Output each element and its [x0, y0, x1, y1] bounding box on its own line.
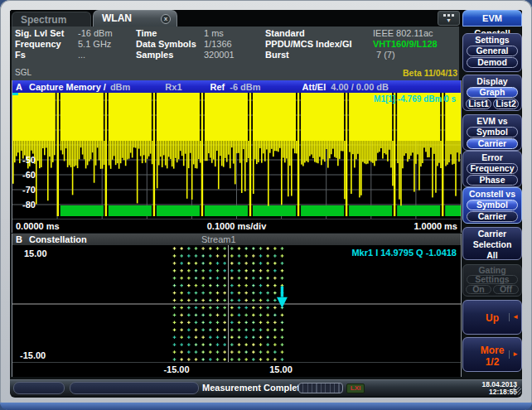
info-value: IEEE 802.11ac	[373, 28, 433, 38]
info-label: Sig. Lvl Set	[15, 28, 64, 38]
info-value: 1/1366	[204, 39, 232, 49]
info-label: Time	[136, 28, 157, 38]
rx-channel-label: Rx1	[165, 82, 181, 92]
att-label: Att/El	[302, 82, 326, 92]
svg-text:Mkr1 I 14.9795 Q -1.0418: Mkr1 I 14.9795 Q -1.0418	[351, 248, 457, 258]
i-axis-pos-label: 15.00	[260, 364, 302, 374]
grid-dots-icon	[443, 14, 455, 17]
softkey-display[interactable]: Display Graph List1 List2	[462, 75, 522, 111]
info-label: PPDU/MCS Index/GI	[265, 39, 352, 49]
error-title: Error	[465, 152, 520, 162]
info-value: -16 dBm	[78, 28, 113, 38]
constell-vs-carrier-button[interactable]: Carrier	[467, 211, 518, 222]
i-axis-neg-label: -15.00	[156, 364, 197, 374]
tab-bar: Spectrum WLAN x ▼	[10, 10, 522, 27]
display-title: Display	[465, 76, 520, 86]
resize-grip[interactable]	[513, 387, 521, 395]
softkey-evm-vs[interactable]: EVM vs Symbol Carrier	[462, 114, 522, 151]
status-message: Measurement Complete	[202, 383, 295, 393]
up-arrow-icon: ◄	[509, 313, 519, 321]
gating-on-button: On	[466, 285, 491, 294]
carrier-selection-line1: Carrier	[465, 229, 520, 239]
info-label: Frequency	[15, 39, 61, 49]
carrier-selection-button[interactable]: Carrier Selection All	[462, 227, 522, 260]
instrument-frame: Spectrum WLAN x ▼ EVM Constell Sig. Lvl …	[0, 0, 532, 410]
settings-title: Settings	[465, 35, 520, 45]
softkey-error[interactable]: Error Frequency Phase	[462, 151, 522, 187]
evm-vs-symbol-button[interactable]: Symbol	[467, 127, 518, 137]
tab-spectrum-label: Spectrum	[21, 14, 66, 26]
datetime-display: 18.04.2013 12:18:55	[481, 381, 517, 396]
capture-trace-plot[interactable]: -50-60-70-80M1[1] -4.769 dBm 0 s	[12, 93, 461, 219]
info-label: Fs	[15, 50, 26, 60]
svg-text:-50: -50	[22, 155, 36, 165]
ref-label: Ref	[210, 82, 225, 92]
info-label: Standard	[265, 28, 305, 38]
progress-bar	[298, 383, 343, 393]
svg-text:15.00: 15.00	[24, 248, 47, 258]
info-value: 7 (7)	[376, 50, 395, 60]
more-arrow-icon: ►	[509, 350, 519, 359]
settings-demod-button[interactable]: Demod	[467, 57, 518, 68]
info-label: Burst	[265, 50, 289, 60]
beta-version-label: Beta 11/04/13	[403, 68, 457, 78]
att-value: 4.00 / 0.00 dB	[331, 82, 389, 92]
softkey-menu-title: EVM Constell	[462, 10, 522, 27]
constellation-window-titlebar: B Constellation Stream1	[12, 234, 461, 245]
window-b-title: Constellation	[29, 234, 87, 244]
instrument-screen: Spectrum WLAN x ▼ EVM Constell Sig. Lvl …	[10, 10, 522, 398]
close-icon[interactable]: x	[161, 14, 171, 24]
tab-overview-button[interactable]: ▼	[438, 11, 460, 26]
evm-vs-title: EVM vs	[465, 116, 520, 126]
ref-value: -6 dBm	[230, 82, 260, 92]
softkey-gating-disabled: Gating Settings On Off	[462, 264, 522, 297]
display-list1-button[interactable]: List1	[466, 99, 491, 109]
info-value: 1 ms	[204, 28, 224, 38]
settings-general-button[interactable]: General	[467, 46, 518, 56]
svg-text:-70: -70	[22, 185, 36, 195]
tab-wlan[interactable]: WLAN x	[93, 10, 177, 27]
frame-bottom-strip	[0, 403, 532, 410]
constell-vs-symbol-button[interactable]: Symbol	[467, 200, 518, 210]
window-a-id: A	[16, 82, 22, 92]
gating-settings-button: Settings	[467, 275, 518, 284]
softkey-sidebar: Settings General Demod Display Graph Lis…	[462, 28, 522, 379]
tab-wlan-label: WLAN	[102, 12, 132, 24]
x-axis-div-label: 0.1000 ms/div	[12, 221, 461, 231]
taskbar-button-2[interactable]	[70, 382, 199, 394]
chevron-down-icon: ▼	[438, 17, 459, 23]
softkey-constell-vs[interactable]: Constell vs Symbol Carrier	[462, 187, 522, 224]
display-list2-button[interactable]: List2	[493, 99, 519, 109]
display-graph-button[interactable]: Graph	[467, 87, 518, 98]
softkey-settings[interactable]: Settings General Demod	[462, 33, 522, 72]
constellation-plot[interactable]: 15.00-15.00Mkr1 I 14.9795 Q -1.0418	[12, 245, 461, 362]
window-a-unit: dBm	[110, 82, 130, 92]
more-button[interactable]: More 1/2 ►	[462, 337, 522, 372]
window-b-id: B	[16, 234, 22, 244]
error-frequency-button[interactable]: Frequency	[467, 163, 518, 174]
sgl-indicator: SGL	[15, 68, 31, 77]
status-bar: Measurement Complete LXI 18.04.2013 12:1…	[10, 379, 522, 396]
carrier-selection-line3: All	[465, 250, 520, 261]
svg-text:M1[1] -4.769 dBm 0 s: M1[1] -4.769 dBm 0 s	[374, 94, 456, 104]
up-button[interactable]: Up ◄	[462, 300, 522, 335]
tab-spectrum[interactable]: Spectrum	[12, 12, 91, 27]
time-label: 12:18:55	[481, 388, 517, 396]
carrier-selection-line2: Selection	[465, 239, 520, 250]
capture-x-axis: 0.0000 ms 0.1000 ms/div 1.0000 ms	[12, 219, 461, 233]
svg-text:-60: -60	[22, 170, 36, 180]
window-capture-memory: A Capture Memory / dBm Rx1 Ref -6 dBm At…	[12, 80, 462, 233]
info-label: Samples	[136, 50, 173, 60]
info-label: Data Symbols	[136, 39, 196, 49]
constellation-x-axis: -15.00 15.00	[12, 362, 461, 377]
x-axis-end-label: 1.0000 ms	[414, 221, 457, 231]
stream-label: Stream1	[201, 234, 236, 244]
ppdu-value: VHT160/9/L128	[373, 39, 438, 49]
evm-vs-carrier-button[interactable]: Carrier	[467, 138, 518, 149]
window-constellation: B Constellation Stream1 15.00-15.00Mkr1 …	[12, 234, 462, 377]
taskbar-button-1[interactable]	[13, 382, 65, 394]
lxi-icon: LXI	[346, 383, 365, 393]
svg-text:-15.00: -15.00	[20, 350, 46, 360]
error-phase-button[interactable]: Phase	[467, 175, 518, 186]
info-value: 5.1 GHz	[78, 39, 111, 49]
